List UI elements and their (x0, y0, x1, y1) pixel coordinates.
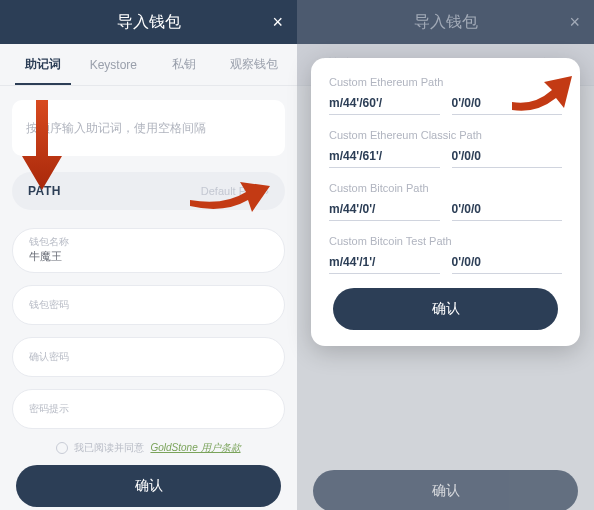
tab-keystore[interactable]: Keystore (78, 46, 148, 84)
wallet-password-label: 钱包密码 (29, 298, 268, 312)
path-suffix-input[interactable]: 0'/0/0 (452, 96, 563, 115)
dialog-confirm-button[interactable]: 确认 (333, 288, 558, 330)
path-group-title: Custom Ethereum Path (329, 76, 562, 88)
path-group-title: Custom Bitcoin Test Path (329, 235, 562, 247)
path-default-value: Default Path › (201, 185, 269, 197)
chevron-right-icon: › (265, 185, 269, 197)
wallet-name-value: 牛魔王 (29, 249, 268, 264)
close-icon[interactable]: × (569, 12, 580, 33)
title: 导入钱包 (414, 12, 478, 33)
path-suffix-input[interactable]: 0'/0/0 (452, 202, 563, 221)
path-group-btc: Custom Bitcoin Path m/44'/0'/ 0'/0/0 (329, 182, 562, 221)
confirm-button[interactable]: 确认 (16, 465, 281, 507)
path-group-title: Custom Ethereum Classic Path (329, 129, 562, 141)
terms-radio-icon[interactable] (56, 442, 68, 454)
header: 导入钱包 × (297, 0, 594, 44)
confirm-password-label: 确认密码 (29, 350, 268, 364)
path-prefix-input[interactable]: m/44'/61'/ (329, 149, 440, 168)
path-prefix-input[interactable]: m/44'/60'/ (329, 96, 440, 115)
path-group-eth: Custom Ethereum Path m/44'/60'/ 0'/0/0 (329, 76, 562, 115)
close-icon[interactable]: × (272, 12, 283, 33)
terms-link[interactable]: GoldStone 用户条款 (150, 441, 240, 455)
content: 按顺序输入助记词，使用空格间隔 PATH Default Path › 钱包名称… (0, 86, 297, 510)
path-group-title: Custom Bitcoin Path (329, 182, 562, 194)
wallet-password-field[interactable]: 钱包密码 (12, 285, 285, 325)
wallet-name-field[interactable]: 钱包名称 牛魔王 (12, 228, 285, 273)
tabs: 助记词 Keystore 私钥 观察钱包 (0, 44, 297, 86)
title: 导入钱包 (117, 12, 181, 33)
path-dialog: Custom Ethereum Path m/44'/60'/ 0'/0/0 C… (311, 58, 580, 346)
confirm-password-field[interactable]: 确认密码 (12, 337, 285, 377)
path-suffix-input[interactable]: 0'/0/0 (452, 255, 563, 274)
left-screen: 导入钱包 × 助记词 Keystore 私钥 观察钱包 按顺序输入助记词，使用空… (0, 0, 297, 510)
terms-prefix: 我已阅读并同意 (74, 441, 144, 455)
tab-mnemonic[interactable]: 助记词 (8, 44, 78, 85)
path-row[interactable]: PATH Default Path › (12, 172, 285, 210)
path-suffix-input[interactable]: 0'/0/0 (452, 149, 563, 168)
password-hint-label: 密码提示 (29, 402, 268, 416)
path-value-text: Default Path (201, 185, 262, 197)
right-screen: 导入钱包 × 助记词 Keystore 私钥 观察钱包 确认 什么是助记词？ C… (297, 0, 594, 510)
header: 导入钱包 × (0, 0, 297, 44)
tab-watch[interactable]: 观察钱包 (219, 44, 289, 85)
path-prefix-input[interactable]: m/44'/0'/ (329, 202, 440, 221)
terms-row[interactable]: 我已阅读并同意 GoldStone 用户条款 (12, 441, 285, 455)
password-hint-field[interactable]: 密码提示 (12, 389, 285, 429)
path-prefix-input[interactable]: m/44'/1'/ (329, 255, 440, 274)
mnemonic-input[interactable]: 按顺序输入助记词，使用空格间隔 (12, 100, 285, 156)
tab-privatekey[interactable]: 私钥 (149, 44, 219, 85)
confirm-button-bg: 确认 (313, 470, 578, 510)
wallet-name-label: 钱包名称 (29, 235, 268, 249)
path-group-btctest: Custom Bitcoin Test Path m/44'/1'/ 0'/0/… (329, 235, 562, 274)
path-group-etc: Custom Ethereum Classic Path m/44'/61'/ … (329, 129, 562, 168)
path-label: PATH (28, 184, 61, 198)
